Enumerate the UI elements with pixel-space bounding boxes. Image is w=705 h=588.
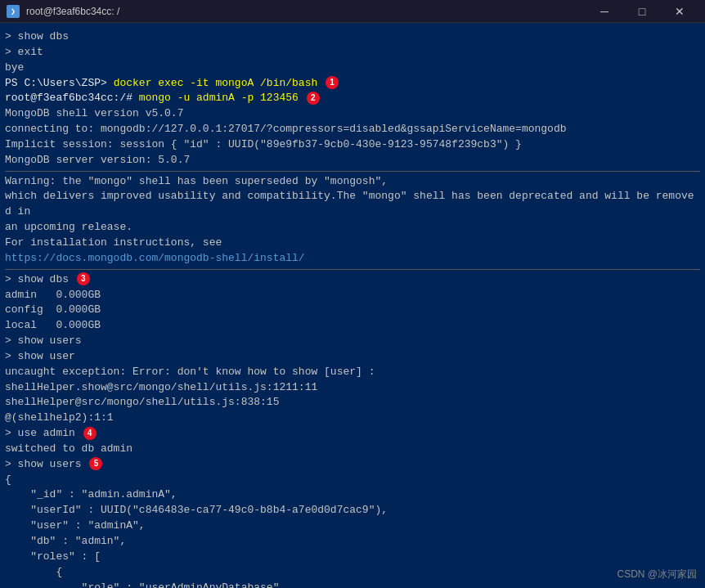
terminal-line: "userId" : UUID("c846483e-ca77-49c0-b8b4… bbox=[5, 503, 700, 518]
terminal-line: which delivers improved usability and co… bbox=[5, 189, 700, 220]
watermark: CSDN @冰河家园 bbox=[617, 568, 697, 581]
terminal-line: https://docs.mongodb.com/mongodb-shell/i… bbox=[5, 251, 700, 267]
terminal-line: { bbox=[5, 565, 700, 581]
terminal-line: > show users 5 bbox=[5, 457, 700, 473]
minimize-button[interactable]: ─ bbox=[586, 0, 623, 23]
terminal-line: an upcoming release. bbox=[5, 220, 700, 236]
terminal-icon: ❯ bbox=[7, 5, 20, 18]
terminal: > show dbs> exitbyePS C:\Users\ZSP> dock… bbox=[0, 23, 705, 588]
terminal-line: "user" : "adminA", bbox=[5, 518, 700, 534]
terminal-line: local 0.000GB bbox=[5, 318, 700, 334]
terminal-line: Warning: the "mongo" shell has been supe… bbox=[5, 174, 700, 190]
terminal-line: shellHelper@src/mongo/shell/utils.js:838… bbox=[5, 395, 700, 411]
terminal-line: { bbox=[5, 473, 700, 488]
terminal-line: connecting to: mongodb://127.0.0.1:27017… bbox=[5, 122, 700, 137]
separator-line bbox=[5, 171, 700, 172]
terminal-line: PS C:\Users\ZSP> docker exec -it mongoA … bbox=[5, 76, 700, 92]
terminal-line: "role" : "userAdminAnyDatabase", bbox=[5, 581, 700, 588]
window-title: root@f3eaf6bc34cc: / bbox=[26, 6, 119, 17]
terminal-line: bye bbox=[5, 61, 700, 76]
terminal-line: MongoDB shell version v5.0.7 bbox=[5, 106, 700, 122]
terminal-line: > show user bbox=[5, 349, 700, 365]
terminal-line: > exit bbox=[5, 45, 700, 61]
close-button[interactable]: ✕ bbox=[661, 0, 698, 23]
terminal-line: config 0.000GB bbox=[5, 303, 700, 318]
terminal-line: "db" : "admin", bbox=[5, 534, 700, 550]
terminal-line: @(shellhelp2):1:1 bbox=[5, 411, 700, 426]
separator-line bbox=[5, 269, 700, 270]
terminal-line: Implicit session: session { "id" : UUID(… bbox=[5, 137, 700, 153]
terminal-line: For installation instructions, see bbox=[5, 236, 700, 251]
terminal-line: admin 0.000GB bbox=[5, 288, 700, 303]
terminal-line: > show dbs 3 bbox=[5, 272, 700, 288]
terminal-line: root@f3eaf6bc34cc:/# mongo -u adminA -p … bbox=[5, 91, 700, 106]
terminal-line: MongoDB server version: 5.0.7 bbox=[5, 153, 700, 168]
title-bar: ❯ root@f3eaf6bc34cc: / ─ □ ✕ bbox=[0, 0, 705, 23]
maximize-button[interactable]: □ bbox=[623, 0, 661, 23]
terminal-line: uncaught exception: Error: don't know ho… bbox=[5, 365, 700, 380]
terminal-line: "roles" : [ bbox=[5, 550, 700, 565]
terminal-line: > show dbs bbox=[5, 29, 700, 45]
terminal-line: "_id" : "admin.adminA", bbox=[5, 487, 700, 503]
terminal-line: > use admin 4 bbox=[5, 426, 700, 442]
terminal-line: switched to db admin bbox=[5, 442, 700, 457]
terminal-line: > show users bbox=[5, 334, 700, 349]
terminal-line: shellHelper.show@src/mongo/shell/utils.j… bbox=[5, 380, 700, 396]
